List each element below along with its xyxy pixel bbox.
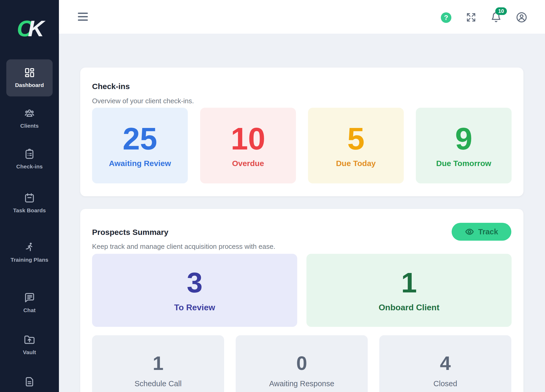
help-glyph: ? — [444, 14, 448, 22]
prospect-tile-to-review[interactable]: 3 To Review — [92, 254, 297, 327]
runner-icon — [24, 242, 35, 253]
stat-value: 5 — [347, 123, 365, 154]
people-group-icon — [24, 108, 35, 119]
fullscreen-icon[interactable] — [466, 12, 476, 22]
stat-value: 4 — [440, 354, 451, 373]
stat-label: Onboard Client — [379, 303, 439, 312]
user-avatar-icon[interactable] — [516, 12, 527, 23]
stat-label: Schedule Call — [135, 379, 182, 388]
prospect-tile-closed[interactable]: 4 Closed — [379, 335, 511, 392]
prospects-card: Prospects Summary Keep track and manage … — [80, 209, 523, 392]
eye-icon — [465, 227, 474, 236]
stat-tile-due-today[interactable]: 5 Due Today — [308, 108, 404, 183]
sidebar-item-checkins[interactable]: Check-ins — [0, 148, 59, 170]
stat-label: Awaiting Response — [269, 379, 334, 388]
sidebar-item-label: Check-ins — [10, 163, 49, 170]
sidebar-item-label: Training Plans — [10, 256, 49, 263]
stat-label: Awaiting Review — [109, 159, 171, 168]
logo-letter-k: K — [28, 16, 42, 42]
prospect-tile-awaiting-response[interactable]: 0 Awaiting Response — [236, 335, 368, 392]
sidebar-item-label: Clients — [10, 122, 49, 129]
prospects-title: Prospects Summary — [92, 228, 168, 237]
stat-value: 25 — [123, 123, 157, 154]
stat-value: 10 — [231, 123, 265, 154]
folder-upload-icon — [24, 334, 35, 345]
checkins-title: Check-ins — [92, 82, 130, 91]
chat-bubble-icon — [24, 292, 35, 303]
stat-tile-overdue[interactable]: 10 Overdue — [200, 108, 296, 183]
document-icon — [24, 376, 35, 387]
track-button[interactable]: Track — [452, 223, 511, 241]
sidebar-item-training-plans[interactable]: Training Plans — [0, 242, 59, 263]
stat-value: 3 — [187, 269, 203, 297]
checkins-card: Check-ins Overview of your client check-… — [80, 68, 523, 196]
sidebar-item-documents[interactable] — [0, 376, 59, 387]
stat-label: Due Today — [336, 159, 376, 168]
help-icon[interactable]: ? — [441, 12, 451, 23]
stat-value: 1 — [401, 269, 417, 297]
prospects-subtitle: Keep track and manage client acquisition… — [92, 243, 275, 251]
sidebar-item-label: Vault — [10, 349, 49, 356]
stat-value: 0 — [296, 354, 307, 373]
stat-label: Due Tomorrow — [436, 159, 491, 168]
dashboard-grid-icon — [24, 67, 35, 78]
hamburger-menu-icon[interactable] — [78, 13, 88, 21]
sidebar-item-task-boards[interactable]: Task Boards — [0, 192, 59, 214]
sidebar-item-label: Chat — [10, 307, 49, 314]
sidebar-item-vault[interactable]: Vault — [0, 334, 59, 356]
notification-count-badge: 10 — [495, 7, 507, 15]
app-logo[interactable]: CK — [0, 13, 59, 44]
stat-label: Overdue — [232, 159, 264, 168]
sidebar-item-label: Task Boards — [10, 207, 49, 214]
sidebar-item-dashboard[interactable]: Dashboard — [6, 59, 53, 96]
calendar-icon — [24, 192, 35, 203]
sidebar-item-chat[interactable]: Chat — [0, 292, 59, 314]
checkins-subtitle: Overview of your client check-ins. — [92, 97, 194, 105]
stat-tile-due-tomorrow[interactable]: 9 Due Tomorrow — [416, 108, 512, 183]
sidebar-item-label: Dashboard — [10, 81, 49, 89]
sidebar: CK Dashboard Clients Check-ins — [0, 0, 59, 392]
stat-tile-awaiting-review[interactable]: 25 Awaiting Review — [92, 108, 188, 183]
sidebar-item-clients[interactable]: Clients — [0, 108, 59, 129]
prospect-tile-onboard-client[interactable]: 1 Onboard Client — [306, 254, 512, 327]
track-button-label: Track — [478, 228, 498, 236]
stat-label: To Review — [174, 303, 215, 312]
stat-value: 9 — [455, 123, 472, 154]
stat-value: 1 — [153, 354, 163, 373]
clipboard-list-icon — [24, 148, 35, 159]
prospect-tile-schedule-call[interactable]: 1 Schedule Call — [92, 335, 224, 392]
topbar: ? 10 — [59, 0, 545, 34]
stat-label: Closed — [433, 379, 457, 388]
